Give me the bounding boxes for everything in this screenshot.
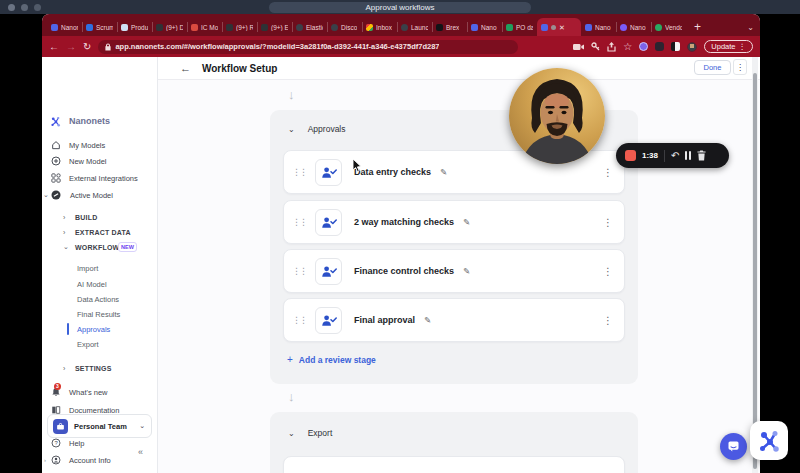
stage-kebab-menu[interactable]: ⋮ [603, 266, 613, 277]
browser-tab[interactable]: (9+) E [257, 18, 292, 36]
drag-handle-icon[interactable]: ⋮⋮ [292, 316, 306, 325]
browser-tab[interactable]: Nanon [47, 18, 82, 36]
edit-pencil-icon[interactable]: ✎ [463, 217, 470, 227]
sidebar-item-workflow[interactable]: ⌄ WORKFLOW NEW [42, 240, 157, 254]
stage-kebab-menu[interactable]: ⋮ [603, 167, 613, 178]
add-review-stage-button[interactable]: + Add a review stage [287, 354, 376, 365]
bell-icon: 3 [50, 387, 61, 397]
tab-label: Nano [595, 24, 611, 31]
tab-label: Launc [411, 24, 428, 31]
extension-pin-icon[interactable] [655, 42, 664, 51]
sidebar-item-new-model[interactable]: New Model [42, 154, 157, 168]
brand-name: Nanonets [69, 116, 110, 126]
brand-row[interactable]: Nanonets [42, 114, 157, 128]
browser-tab[interactable]: Produ [117, 18, 152, 36]
stage-kebab-menu[interactable]: ⋮ [603, 315, 613, 326]
browser-tab[interactable]: Scrum [82, 18, 117, 36]
share-icon[interactable] [607, 42, 616, 52]
delete-recording-icon[interactable] [697, 147, 706, 165]
minimize-window-button[interactable] [21, 4, 28, 11]
stage-kebab-menu[interactable]: ⋮ [603, 217, 613, 228]
browser-tab[interactable]: Nano [581, 18, 616, 36]
app-page: Nanonets My Models New Model External In… [42, 57, 760, 473]
browser-tab[interactable]: Launc [397, 18, 432, 36]
browser-tab[interactable]: Nano [616, 18, 651, 36]
media-control-icon[interactable] [573, 43, 584, 51]
tab-label: Inbox [376, 24, 392, 31]
sidebar-item-label: Approvals [77, 325, 110, 334]
team-switcher[interactable]: Personal Team ⌄ [47, 414, 152, 438]
stage-card-2-way-matching-checks[interactable]: ⋮⋮ 2 way matching checks ✎ ⋮ [283, 200, 625, 244]
done-button[interactable]: Done [694, 60, 731, 75]
browser-tab[interactable]: Nano [467, 18, 502, 36]
sidebar-item-active-model[interactable]: ⌄ Active Model [42, 188, 157, 202]
sidebar-item-ai-model[interactable]: AI Model [42, 277, 157, 291]
forward-button[interactable]: → [66, 42, 76, 52]
drag-handle-icon[interactable]: ⋮⋮ [292, 218, 306, 227]
sidebar-item-my-models[interactable]: My Models [42, 138, 157, 152]
edit-pencil-icon[interactable]: ✎ [463, 266, 470, 276]
sidebar-item-build[interactable]: › BUILD [42, 210, 157, 224]
person-check-icon [321, 166, 337, 179]
pause-recording-icon[interactable] [685, 151, 691, 160]
browser-profile-avatar[interactable] [687, 42, 697, 52]
browser-update-button[interactable]: Update ⋮ [704, 40, 753, 53]
sidebar-item-settings[interactable]: › SETTINGS [42, 361, 157, 375]
browser-tab[interactable]: (9+) R [222, 18, 257, 36]
password-key-icon[interactable] [591, 42, 600, 51]
drag-handle-icon[interactable]: ⋮⋮ [292, 168, 306, 177]
stop-recording-button[interactable] [625, 150, 636, 161]
restart-recording-icon[interactable]: ↶ [671, 151, 679, 161]
webcam-bubble[interactable] [509, 68, 605, 164]
browser-tab[interactable]: Inbox [362, 18, 397, 36]
new-badge: NEW [118, 242, 137, 252]
drag-handle-icon[interactable]: ⋮⋮ [292, 267, 306, 276]
sidebar-item-extract-data[interactable]: › EXTRACT DATA [42, 225, 157, 239]
tab-favicon [156, 24, 163, 31]
reviewer-icon-box [315, 209, 342, 236]
export-section-header[interactable]: ⌄ Export [288, 428, 332, 438]
sidebar-item-export[interactable]: Export [42, 337, 157, 351]
edit-pencil-icon[interactable]: ✎ [440, 167, 447, 177]
extension-icon[interactable] [639, 42, 648, 51]
nanonets-widget[interactable] [750, 421, 788, 460]
sidebar-item-whats-new[interactable]: 3 What's new [42, 385, 157, 399]
sidebar-item-approvals[interactable]: Approvals [42, 322, 157, 336]
address-bar[interactable]: app.nanonets.com/#/workflow/approvals/?m… [98, 40, 518, 54]
browser-tab[interactable]: Brex [432, 18, 467, 36]
tab-favicon [620, 24, 627, 31]
approvals-section-header[interactable]: ⌄ Approvals [288, 124, 346, 134]
tab-search-chevron-icon[interactable]: ⌄ [747, 23, 754, 32]
stage-card-finance-control-checks[interactable]: ⋮⋮ Finance control checks ✎ ⋮ [283, 249, 625, 293]
browser-tab[interactable]: Elastic [292, 18, 327, 36]
chat-widget-button[interactable] [720, 433, 747, 460]
sidebar-item-external-integrations[interactable]: External Integrations [42, 171, 157, 185]
browser-tab[interactable]: (9+) D [152, 18, 187, 36]
close-window-button[interactable] [8, 4, 15, 11]
new-tab-button[interactable]: + [694, 21, 701, 33]
browser-tab[interactable]: IC Mo [187, 18, 222, 36]
edit-pencil-icon[interactable]: ✎ [424, 315, 431, 325]
tab-close-icon[interactable]: ✕ [559, 24, 565, 31]
browser-tab-active[interactable]: ✕ [537, 18, 581, 36]
person-circle-icon [50, 455, 61, 465]
sidebar-item-data-actions[interactable]: Data Actions [42, 292, 157, 306]
sidebar-item-final-results[interactable]: Final Results [42, 307, 157, 321]
extension-darkmode-icon[interactable] [671, 42, 680, 51]
browser-tab[interactable]: PO da [502, 18, 537, 36]
back-arrow-icon[interactable]: ← [180, 62, 191, 74]
browser-tab[interactable]: Disco [327, 18, 362, 36]
zoom-window-button[interactable] [34, 4, 41, 11]
scrollbar-thumb[interactable] [753, 73, 757, 469]
sidebar-item-import[interactable]: Import [42, 261, 157, 275]
page-scrollbar[interactable] [752, 57, 758, 473]
reload-button[interactable]: ↻ [83, 42, 91, 52]
browser-tab[interactable]: Vendo [651, 18, 686, 36]
header-kebab-menu[interactable]: ⋮ [733, 59, 747, 75]
sidebar-item-label: Active Model [70, 191, 113, 200]
traffic-lights[interactable] [8, 4, 41, 11]
back-button[interactable]: ← [49, 42, 59, 52]
bookmark-star-icon[interactable]: ☆ [623, 42, 632, 52]
sidebar-collapse-button[interactable]: « [138, 447, 143, 457]
stage-card-final-approval[interactable]: ⋮⋮ Final approval ✎ ⋮ [283, 298, 625, 342]
